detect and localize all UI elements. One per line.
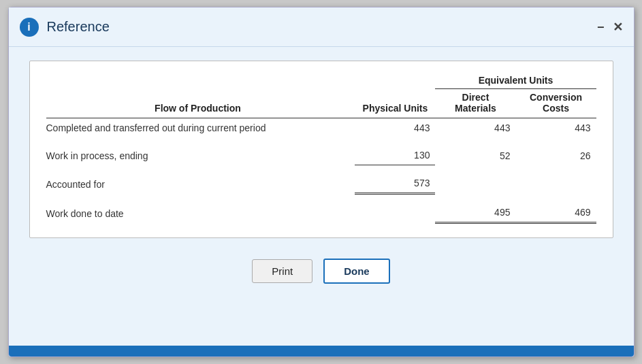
content-area: Equivalent Units Flow of Production Phys… xyxy=(9,47,634,346)
physical-units-header: Physical Units xyxy=(355,89,435,118)
eq-units-header-row: Equivalent Units xyxy=(46,75,596,89)
reference-window: i Reference − ✕ Equivalent Units Flow of… xyxy=(8,7,635,357)
conversion-costs-value: 26 xyxy=(515,146,596,165)
window-title: Reference xyxy=(47,19,597,35)
conversion-costs-value xyxy=(515,173,596,194)
close-button[interactable]: ✕ xyxy=(613,21,623,33)
direct-materials-value: 495 xyxy=(435,203,515,223)
table-container: Equivalent Units Flow of Production Phys… xyxy=(29,61,613,238)
direct-materials-value: 52 xyxy=(435,146,515,165)
spacer xyxy=(46,165,596,174)
done-button[interactable]: Done xyxy=(323,259,390,284)
title-bar: i Reference − ✕ xyxy=(9,7,634,47)
equivalent-units-header: Equivalent Units xyxy=(435,75,596,89)
physical-units-value: 130 xyxy=(355,146,435,165)
physical-units-value xyxy=(355,203,435,223)
direct-materials-value: 443 xyxy=(435,118,515,138)
physical-units-value: 573 xyxy=(355,173,435,194)
spacer xyxy=(46,194,596,203)
conversion-costs-value: 469 xyxy=(515,203,596,223)
info-icon: i xyxy=(20,18,39,37)
bottom-bar xyxy=(9,346,634,357)
table-row: Completed and transferred out during cur… xyxy=(46,118,596,138)
direct-materials-header: Direct Materials xyxy=(435,89,515,118)
row-label: Accounted for xyxy=(46,173,355,194)
table-row: Work done to date 495 469 xyxy=(46,203,596,223)
direct-materials-value xyxy=(435,173,515,194)
conversion-costs-value: 443 xyxy=(515,118,596,138)
table-row: Accounted for 573 xyxy=(46,173,596,194)
window-controls: − ✕ xyxy=(597,21,623,33)
footer-area: Print Done xyxy=(29,252,613,291)
physical-units-value: 443 xyxy=(355,118,435,138)
production-table: Equivalent Units Flow of Production Phys… xyxy=(46,75,596,224)
row-label: Completed and transferred out during cur… xyxy=(46,118,355,138)
spacer xyxy=(46,137,596,146)
conversion-costs-header: Conversion Costs xyxy=(515,89,596,118)
column-headers-row: Flow of Production Physical Units Direct… xyxy=(46,89,596,118)
flow-of-production-header: Flow of Production xyxy=(46,89,355,118)
print-button[interactable]: Print xyxy=(252,259,312,283)
row-label: Work in process, ending xyxy=(46,146,355,165)
table-row: Work in process, ending 130 52 26 xyxy=(46,146,596,165)
row-label: Work done to date xyxy=(46,203,355,223)
minimize-button[interactable]: − xyxy=(597,21,605,33)
